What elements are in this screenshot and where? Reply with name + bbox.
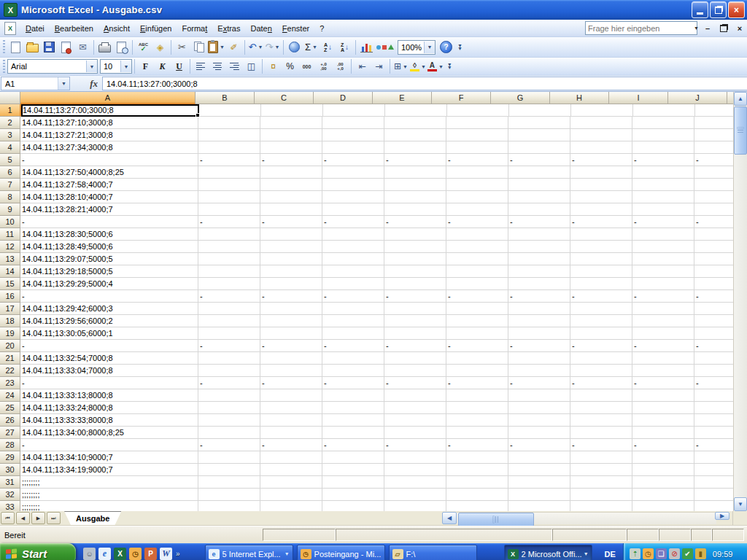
cell-G11[interactable] xyxy=(508,228,570,241)
menu-item-ansicht[interactable]: Ansicht xyxy=(98,22,135,35)
cell-F16[interactable]: - xyxy=(446,290,508,303)
cell-I13[interactable] xyxy=(632,253,694,265)
powerpoint-icon[interactable]: P xyxy=(144,548,157,560)
cell-I29[interactable] xyxy=(632,451,694,464)
cell-B14[interactable] xyxy=(198,265,260,278)
cell-E32[interactable] xyxy=(384,489,446,501)
paste-icon-dropdown[interactable]: ▼ xyxy=(220,44,225,50)
tab-scroll-last-icon[interactable]: ⏭ xyxy=(47,512,61,524)
cell-D20[interactable]: - xyxy=(322,340,384,352)
cell-G16[interactable]: - xyxy=(508,290,570,303)
cell-C5[interactable]: - xyxy=(260,154,322,166)
row-header-9[interactable]: 9 xyxy=(0,203,20,216)
cell-A24[interactable]: 14.04.11;13:33:13;8000;8 xyxy=(20,389,198,402)
cell-F1[interactable] xyxy=(447,104,509,117)
cell-A19[interactable]: 14.04.11;13:30:05;6000;1 xyxy=(20,327,198,340)
cell-B28[interactable]: - xyxy=(198,439,260,451)
cell-F29[interactable] xyxy=(446,451,508,464)
cell-H29[interactable] xyxy=(570,451,632,464)
cell-B1[interactable] xyxy=(199,104,261,117)
underline-button[interactable]: U xyxy=(171,59,187,74)
cell-C31[interactable] xyxy=(260,476,322,489)
cell-C22[interactable] xyxy=(260,365,322,377)
cell-J2[interactable] xyxy=(694,117,733,129)
minimize-button[interactable] xyxy=(692,1,708,18)
cell-J31[interactable] xyxy=(694,476,733,489)
sheet-tab-ausgabe[interactable]: Ausgabe xyxy=(64,511,121,525)
cell-F31[interactable] xyxy=(446,476,508,489)
menu-item-format[interactable]: Format xyxy=(177,22,212,35)
cell-C7[interactable] xyxy=(260,179,322,191)
cell-A7[interactable]: 14.04.11;13:27:58;4000;7 xyxy=(20,179,198,191)
cell-D22[interactable] xyxy=(322,365,384,377)
cell-C4[interactable] xyxy=(260,141,322,154)
row-header-21[interactable]: 21 xyxy=(0,352,20,365)
cell-J7[interactable] xyxy=(694,179,733,191)
cell-G5[interactable]: - xyxy=(508,154,570,166)
menu-item-fenster[interactable]: Fenster xyxy=(277,22,314,35)
column-header-e[interactable]: E xyxy=(373,92,432,104)
row-header-20[interactable]: 20 xyxy=(0,340,20,352)
row-header-28[interactable]: 28 xyxy=(0,439,20,451)
cell-F6[interactable] xyxy=(446,166,508,179)
menu-item-datei[interactable]: Datei xyxy=(20,22,50,35)
cell-H19[interactable] xyxy=(570,327,632,340)
tab-scroll-prev-icon[interactable]: ◀ xyxy=(16,512,30,524)
cell-F23[interactable]: - xyxy=(446,377,508,389)
row-header-6[interactable]: 6 xyxy=(0,166,20,179)
cell-D31[interactable] xyxy=(322,476,384,489)
cell-E14[interactable] xyxy=(384,265,446,278)
cell-E13[interactable] xyxy=(384,253,446,265)
safely-remove-hardware-icon[interactable]: ⇡ xyxy=(630,548,640,559)
cell-H5[interactable]: - xyxy=(570,154,632,166)
name-box[interactable]: A1 ▼ xyxy=(1,77,70,90)
cell-E19[interactable] xyxy=(384,327,446,340)
menu-item-?[interactable]: ? xyxy=(314,22,329,35)
cell-A10[interactable]: - xyxy=(20,216,198,228)
cell-F14[interactable] xyxy=(446,265,508,278)
cell-I18[interactable] xyxy=(632,315,694,327)
row-header-8[interactable]: 8 xyxy=(0,191,20,203)
cell-G21[interactable] xyxy=(508,352,570,365)
cell-D29[interactable] xyxy=(322,451,384,464)
cell-I8[interactable] xyxy=(632,191,694,203)
cell-I21[interactable] xyxy=(632,352,694,365)
redo-icon[interactable]: ↷▼ xyxy=(265,39,280,55)
row-header-33[interactable]: 33 xyxy=(0,501,20,511)
cell-C10[interactable]: - xyxy=(260,216,322,228)
cell-D7[interactable] xyxy=(322,179,384,191)
cell-C21[interactable] xyxy=(260,352,322,365)
cell-B33[interactable] xyxy=(198,501,260,511)
question-box[interactable]: ▼ xyxy=(585,21,697,35)
row-header-4[interactable]: 4 xyxy=(0,141,20,154)
font-color-icon-dropdown[interactable]: ▼ xyxy=(438,64,444,69)
column-header-f[interactable]: F xyxy=(432,92,491,104)
toolbar-gripper[interactable] xyxy=(3,40,5,54)
cell-G14[interactable] xyxy=(508,265,570,278)
cell-C12[interactable] xyxy=(260,241,322,253)
cell-H10[interactable]: - xyxy=(570,216,632,228)
cell-I4[interactable] xyxy=(632,141,694,154)
cell-F20[interactable]: - xyxy=(446,340,508,352)
column-header-d[interactable]: D xyxy=(314,92,373,104)
row-header-23[interactable]: 23 xyxy=(0,377,20,389)
cell-J25[interactable] xyxy=(694,402,733,414)
cell-G23[interactable]: - xyxy=(508,377,570,389)
cell-H33[interactable] xyxy=(570,501,632,511)
cell-E28[interactable]: - xyxy=(384,439,446,451)
cell-B24[interactable] xyxy=(198,389,260,402)
cell-A9[interactable]: 14.04.11;13:28:21;4000;7 xyxy=(20,203,198,216)
cell-F19[interactable] xyxy=(446,327,508,340)
cell-D32[interactable] xyxy=(322,489,384,501)
cell-D3[interactable] xyxy=(322,129,384,141)
cell-J16[interactable]: - xyxy=(694,290,733,303)
cell-I27[interactable] xyxy=(632,427,694,439)
cell-C18[interactable] xyxy=(260,315,322,327)
cell-I9[interactable] xyxy=(632,203,694,216)
cell-J3[interactable] xyxy=(694,129,733,141)
cell-D11[interactable] xyxy=(322,228,384,241)
cell-B27[interactable] xyxy=(198,427,260,439)
font-size-dropdown-icon[interactable]: ▼ xyxy=(120,61,131,72)
cell-G18[interactable] xyxy=(508,315,570,327)
cell-D33[interactable] xyxy=(322,501,384,511)
